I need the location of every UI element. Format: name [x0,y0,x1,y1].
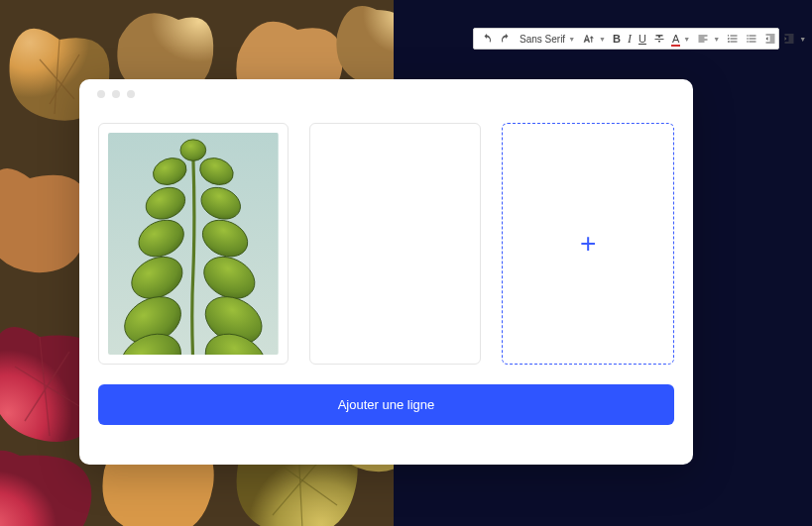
editor-window: + Ajouter une ligne [79,79,693,465]
strikethrough-icon [653,33,665,45]
plus-icon: + [580,230,596,258]
chevron-down-icon: ▼ [713,36,723,43]
window-titlebar [79,79,693,109]
unordered-list-icon [746,33,757,45]
svg-point-14 [180,140,206,160]
font-family-select[interactable]: Sans Serif [516,30,567,48]
content-cards-row: + [79,109,693,365]
indent-decrease-button[interactable] [761,30,779,48]
chevron-down-icon: ▼ [683,36,693,43]
window-dot [112,90,120,98]
underline-button[interactable]: U [636,30,649,48]
indent-decrease-icon [764,33,776,45]
align-button[interactable] [694,30,712,48]
window-dot [127,90,135,98]
unordered-list-button[interactable] [743,30,760,48]
redo-button[interactable] [497,30,515,48]
image-card[interactable] [98,123,289,365]
undo-icon [481,33,493,45]
indent-increase-button[interactable] [780,30,798,48]
text-format-toolbar: Sans Serif ▼ ▼ B I U A ▼ ▼ ▼ [473,28,779,50]
font-size-select[interactable] [579,30,598,48]
indent-increase-icon [783,33,795,45]
strikethrough-button[interactable] [650,30,668,48]
font-family-label: Sans Serif [520,34,565,45]
ordered-list-icon [727,33,739,45]
plant-image [108,133,279,355]
add-card[interactable]: + [502,123,674,365]
chevron-down-icon: ▼ [799,36,809,43]
undo-button[interactable] [478,30,496,48]
add-row-button[interactable]: Ajouter une ligne [98,384,674,425]
window-dot [97,90,105,98]
chevron-down-icon: ▼ [568,36,578,43]
empty-card[interactable] [309,123,482,365]
italic-button[interactable]: I [625,30,635,48]
ordered-list-button[interactable] [724,30,742,48]
redo-icon [500,33,512,45]
chevron-down-icon: ▼ [599,36,609,43]
add-row-label: Ajouter une ligne [338,397,435,412]
font-size-icon [582,33,595,46]
align-left-icon [697,33,709,45]
bold-button[interactable]: B [610,30,624,48]
text-color-button[interactable]: A [669,30,682,48]
